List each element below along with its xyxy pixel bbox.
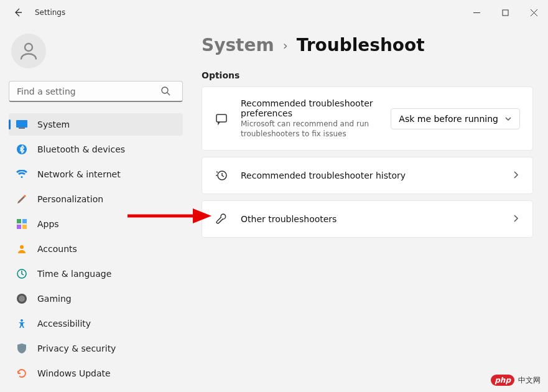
nav-item-time[interactable]: Time & language (9, 263, 183, 285)
search-input[interactable] (9, 81, 183, 102)
nav-item-system[interactable]: System (9, 113, 183, 136)
nav-item-personalization[interactable]: Personalization (9, 188, 183, 210)
card-title: Recommended troubleshooter history (241, 170, 499, 180)
system-icon (16, 119, 27, 130)
minimize-icon (473, 9, 480, 16)
nav-item-bluetooth[interactable]: Bluetooth & devices (9, 138, 183, 161)
nav-item-apps[interactable]: Apps (9, 213, 183, 235)
minimize-button[interactable] (462, 2, 491, 22)
nav-label: Apps (37, 219, 59, 229)
nav-item-accessibility[interactable]: Accessibility (9, 312, 183, 335)
nav-item-privacy[interactable]: Privacy & security (9, 337, 183, 360)
history-icon (215, 169, 228, 182)
card-troubleshooter-history[interactable]: Recommended troubleshooter history (202, 157, 533, 194)
window-title: Settings (35, 8, 65, 17)
preferences-dropdown[interactable]: Ask me before running (391, 108, 520, 129)
chevron-right-icon (511, 213, 520, 225)
brush-icon (16, 194, 27, 205)
arrow-left-icon (13, 7, 23, 17)
accessibility-icon (16, 318, 27, 329)
search-icon (160, 86, 170, 98)
svg-point-17 (19, 296, 25, 302)
chevron-down-icon (504, 115, 512, 123)
svg-point-14 (20, 245, 24, 249)
breadcrumb-current: Troubleshoot (297, 35, 425, 55)
svg-point-4 (25, 44, 32, 51)
svg-point-5 (162, 87, 168, 93)
bluetooth-icon (16, 144, 27, 155)
nav-label: Windows Update (37, 368, 111, 378)
title-bar: Settings (0, 0, 548, 25)
nav-list: System Bluetooth & devices Network & int… (9, 113, 183, 385)
sidebar: System Bluetooth & devices Network & int… (0, 25, 192, 392)
update-icon (16, 368, 27, 379)
svg-point-18 (21, 319, 23, 322)
nav-label: Privacy & security (37, 343, 116, 353)
person-icon (17, 40, 40, 62)
nav-label: System (37, 119, 70, 129)
nav-label: Accounts (37, 244, 77, 254)
section-label: Options (202, 70, 533, 80)
card-title: Recommended troubleshooter preferences (241, 98, 378, 118)
nav-label: Personalization (37, 194, 103, 204)
nav-label: Network & internet (37, 169, 121, 179)
user-avatar[interactable] (11, 34, 46, 68)
wifi-icon (16, 169, 27, 180)
main-content: System › Troubleshoot Options Recommende… (192, 25, 548, 392)
nav-label: Time & language (37, 269, 111, 279)
breadcrumb-parent[interactable]: System (202, 35, 274, 55)
watermark-text: 中文网 (518, 375, 541, 386)
breadcrumb: System › Troubleshoot (202, 35, 533, 55)
card-troubleshooter-preferences: Recommended troubleshooter preferences M… (202, 86, 533, 151)
watermark-badge: php (491, 375, 514, 386)
svg-rect-12 (17, 225, 21, 229)
svg-rect-19 (216, 114, 226, 122)
close-button[interactable] (519, 2, 548, 22)
card-title: Other troubleshooters (241, 214, 499, 224)
nav-item-gaming[interactable]: Gaming (9, 287, 183, 310)
card-subtitle: Microsoft can recommend and run troubles… (241, 119, 378, 139)
card-other-troubleshooters[interactable]: Other troubleshooters (202, 200, 533, 238)
dropdown-value: Ask me before running (399, 114, 498, 124)
nav-item-update[interactable]: Windows Update (9, 362, 183, 385)
nav-item-accounts[interactable]: Accounts (9, 238, 183, 260)
nav-label: Gaming (37, 294, 72, 304)
message-icon (215, 112, 228, 126)
accounts-icon (16, 243, 27, 254)
shield-icon (16, 343, 27, 354)
svg-rect-7 (16, 120, 27, 128)
nav-item-network[interactable]: Network & internet (9, 163, 183, 185)
svg-line-6 (167, 93, 170, 95)
maximize-button[interactable] (491, 2, 519, 22)
svg-rect-1 (503, 10, 508, 16)
maximize-icon (502, 9, 509, 16)
gaming-icon (16, 293, 27, 304)
svg-rect-11 (22, 219, 27, 223)
back-button[interactable] (12, 7, 24, 18)
wrench-icon (215, 212, 228, 226)
clock-globe-icon (16, 268, 27, 279)
chevron-right-icon (511, 170, 520, 182)
watermark: php 中文网 (491, 375, 541, 386)
apps-icon (16, 218, 27, 230)
svg-rect-10 (17, 219, 21, 223)
svg-rect-13 (22, 225, 27, 229)
nav-label: Accessibility (37, 319, 91, 329)
svg-rect-8 (19, 128, 25, 129)
chevron-right-icon: › (283, 38, 288, 53)
close-icon (531, 9, 537, 16)
nav-label: Bluetooth & devices (37, 144, 125, 154)
